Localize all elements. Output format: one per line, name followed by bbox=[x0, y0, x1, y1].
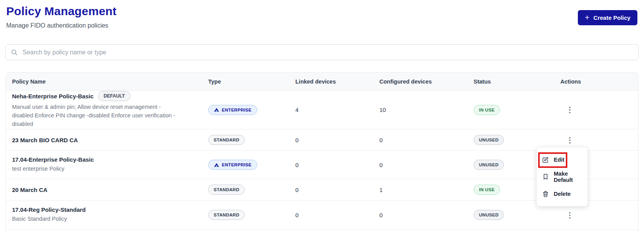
column-header-linked-devices: Linked devices bbox=[290, 78, 374, 85]
policy-name: 23 March BIO CARD CA bbox=[12, 137, 78, 143]
status-badge: IN USE bbox=[474, 105, 500, 115]
linked-devices-value: 0 bbox=[290, 162, 374, 168]
search-icon bbox=[11, 49, 18, 56]
column-header-type: Type bbox=[201, 78, 290, 85]
type-badge: ENTERPRISE bbox=[208, 105, 257, 115]
column-header-configured-devices: Configured devices bbox=[374, 78, 468, 85]
plus-icon: + bbox=[585, 13, 590, 21]
status-badge: UNUSED bbox=[474, 210, 504, 220]
configured-devices-value: 0 bbox=[374, 212, 468, 218]
type-label: STANDARD bbox=[214, 187, 239, 192]
column-header-actions: Actions bbox=[542, 78, 638, 85]
create-policy-label: Create Policy bbox=[593, 14, 630, 21]
menu-item-delete-label: Delete bbox=[554, 191, 571, 197]
configured-devices-value: 1 bbox=[374, 187, 468, 193]
type-label: STANDARD bbox=[214, 138, 239, 142]
status-badge: IN USE bbox=[474, 185, 500, 195]
type-badge: STANDARD bbox=[208, 210, 245, 220]
page-subtitle: Manage FIDO authentication policies bbox=[6, 22, 108, 29]
type-label: ENTERPRISE bbox=[222, 162, 252, 167]
type-label: ENTERPRISE bbox=[222, 108, 252, 112]
configured-devices-value: 0 bbox=[374, 137, 468, 143]
policy-name: Neha-Enterprise Policy-Basic bbox=[12, 93, 93, 99]
default-badge: DEFAULT bbox=[98, 91, 130, 101]
table-row: Neha-Enterprise Policy-Basic DEFAULT Man… bbox=[6, 91, 638, 129]
search-input[interactable] bbox=[22, 49, 633, 56]
search-bar bbox=[5, 44, 639, 60]
menu-item-make-default[interactable]: Make Default bbox=[537, 168, 588, 185]
policy-name: 20 March CA bbox=[12, 187, 47, 193]
trash-icon bbox=[542, 190, 549, 197]
policy-description: Manual user & admin pin; Allow device re… bbox=[12, 103, 180, 128]
linked-devices-value: 4 bbox=[290, 106, 374, 113]
kebab-menu-button[interactable]: ⋮ bbox=[564, 136, 576, 145]
create-policy-button[interactable]: + Create Policy bbox=[578, 10, 637, 25]
linked-devices-value: 0 bbox=[290, 137, 374, 143]
edit-icon bbox=[542, 156, 549, 163]
menu-item-edit-label: Edit bbox=[554, 157, 564, 163]
enterprise-logo-icon bbox=[214, 163, 219, 167]
policy-description: Basic Standard Policy bbox=[12, 215, 180, 223]
table-header-row: Policy Name Type Linked devices Configur… bbox=[6, 73, 638, 91]
policy-name: 17.04-Enterprise Policy-Basic bbox=[12, 156, 94, 163]
page-title: Policy Management bbox=[6, 5, 116, 18]
linked-devices-value: 0 bbox=[290, 212, 374, 218]
type-badge: STANDARD bbox=[208, 185, 245, 195]
configured-devices-value: 0 bbox=[374, 162, 468, 168]
kebab-menu-button[interactable]: ⋮ bbox=[564, 105, 576, 114]
policy-name: 17.04-Reg Policy-Standard bbox=[12, 206, 86, 213]
status-badge: UNUSED bbox=[474, 135, 504, 145]
menu-item-make-default-label: Make Default bbox=[554, 171, 582, 183]
type-label: STANDARD bbox=[214, 213, 239, 217]
linked-devices-value: 0 bbox=[290, 187, 374, 193]
type-badge: ENTERPRISE bbox=[208, 160, 257, 170]
column-header-status: Status bbox=[468, 78, 542, 85]
kebab-menu-button[interactable]: ⋮ bbox=[564, 211, 576, 220]
menu-item-edit[interactable]: Edit bbox=[537, 151, 588, 168]
policy-description: test enterprise Policy bbox=[12, 165, 180, 173]
column-header-policy-name: Policy Name bbox=[12, 78, 201, 85]
status-badge: UNUSED bbox=[474, 160, 504, 170]
configured-devices-value: 10 bbox=[374, 106, 468, 113]
enterprise-logo-icon bbox=[214, 108, 219, 112]
type-badge: STANDARD bbox=[208, 135, 245, 145]
bookmark-icon bbox=[542, 173, 549, 180]
actions-context-menu: Edit Make Default Delete bbox=[537, 147, 588, 206]
menu-item-delete[interactable]: Delete bbox=[537, 185, 588, 202]
